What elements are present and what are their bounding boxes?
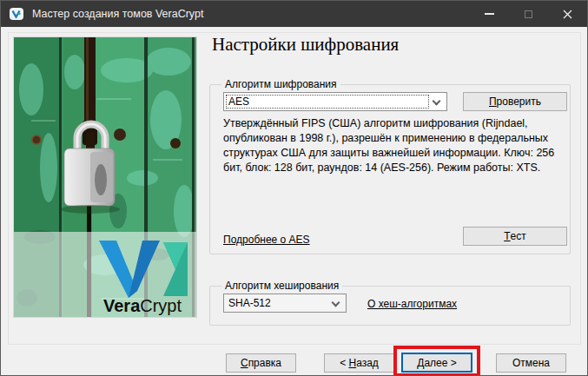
back-prefix: < [340,357,348,369]
minimize-button[interactable] [470,1,509,27]
maximize-button [509,1,548,27]
titlebar: Мастер создания томов VeraCrypt [1,1,587,27]
hash-info-link[interactable]: О хеш-алгоритмах [367,298,457,310]
back-accel: Н [348,357,356,369]
close-button[interactable] [548,1,587,27]
door-photo-art: VeraCrypt [14,37,196,317]
caption-buttons [470,1,587,27]
veracrypt-window-icon [9,6,24,22]
help-button[interactable]: Справка [226,353,296,373]
maximize-icon [525,10,532,18]
encryption-algorithm-select[interactable]: AES [223,92,447,111]
hash-algorithm-select[interactable]: SHA-512 [223,294,347,313]
test-accel: Т [504,230,510,242]
back-button[interactable]: < Назад [324,353,394,373]
help-accel: С [241,357,248,369]
chevron-down-icon [332,299,340,307]
encryption-group-label: Алгоритм шифрования [221,78,340,90]
focus-rect [226,95,429,109]
logo-text-bold: Vera [103,296,141,315]
hash-group-label: Алгоритм хеширования [221,280,342,292]
aes-info-link[interactable]: Подробнее о AES [223,234,310,246]
encryption-algorithm-value: AES [228,96,249,108]
svg-text:VeraCrypt: VeraCrypt [103,296,182,315]
veracrypt-wizard-window: Мастер создания томов VeraCrypt [0,0,588,376]
test-button[interactable]: Тест [463,227,567,246]
door-photo: VeraCrypt [13,36,197,318]
hash-algorithm-value: SHA-512 [228,297,271,309]
help-label: правка [248,357,281,369]
page-title: Настройки шифрования [212,34,399,56]
benchmark-label: роверить [497,96,541,108]
cancel-button[interactable]: Отмена [496,353,566,373]
algorithm-description: Утверждённый FIPS (США) алгоритм шифрова… [223,116,571,175]
back-label: азад [356,357,379,369]
benchmark-button[interactable]: Проверить [463,92,567,111]
logo-text-light: Crypt [140,296,182,315]
chevron-down-icon [433,97,441,106]
window-title: Мастер создания томов VeraCrypt [32,8,204,20]
minimize-icon [485,13,494,15]
next-label: алее > [424,357,456,369]
next-accel: Д [417,357,424,369]
close-icon [563,10,572,19]
next-button[interactable]: Далее > [401,353,472,373]
test-label: ест [511,230,526,242]
benchmark-accel: П [489,96,497,108]
